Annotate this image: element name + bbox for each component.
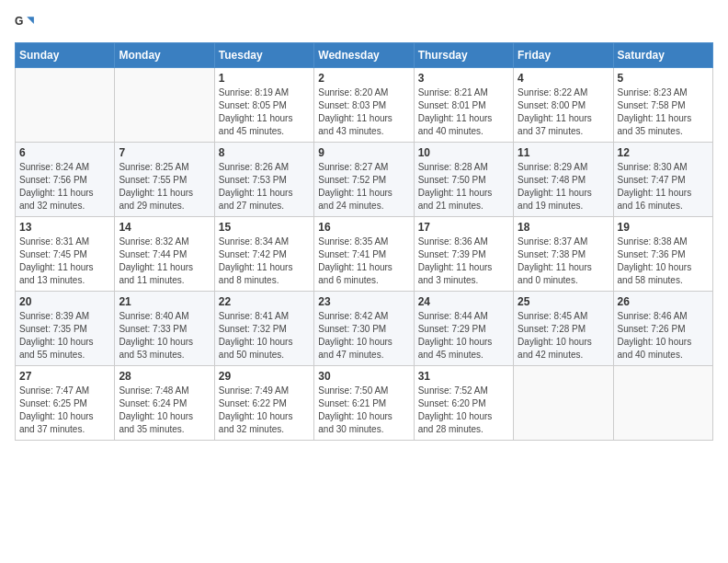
calendar-cell: 25Sunrise: 8:45 AM Sunset: 7:28 PM Dayli…	[514, 292, 613, 366]
day-info: Sunrise: 7:48 AM Sunset: 6:24 PM Dayligh…	[119, 385, 210, 436]
calendar-cell: 26Sunrise: 8:46 AM Sunset: 7:26 PM Dayli…	[613, 292, 712, 366]
day-info: Sunrise: 8:36 AM Sunset: 7:39 PM Dayligh…	[418, 236, 509, 287]
calendar-cell: 19Sunrise: 8:38 AM Sunset: 7:36 PM Dayli…	[613, 217, 712, 292]
calendar-cell: 16Sunrise: 8:35 AM Sunset: 7:41 PM Dayli…	[314, 217, 414, 292]
calendar-cell	[514, 366, 613, 441]
day-info: Sunrise: 8:40 AM Sunset: 7:33 PM Dayligh…	[119, 310, 210, 362]
day-header-sunday: Sunday	[16, 43, 115, 68]
calendar-cell: 7Sunrise: 8:25 AM Sunset: 7:55 PM Daylig…	[115, 143, 214, 217]
calendar-cell: 2Sunrise: 8:20 AM Sunset: 8:03 PM Daylig…	[314, 68, 414, 143]
day-info: Sunrise: 8:30 AM Sunset: 7:47 PM Dayligh…	[618, 161, 709, 213]
day-info: Sunrise: 8:37 AM Sunset: 7:38 PM Dayligh…	[518, 236, 609, 287]
calendar-cell: 13Sunrise: 8:31 AM Sunset: 7:45 PM Dayli…	[16, 217, 115, 292]
day-header-thursday: Thursday	[414, 43, 513, 68]
day-info: Sunrise: 8:27 AM Sunset: 7:52 PM Dayligh…	[318, 161, 409, 213]
day-info: Sunrise: 8:26 AM Sunset: 7:53 PM Dayligh…	[219, 161, 310, 213]
day-header-wednesday: Wednesday	[314, 43, 414, 68]
calendar-cell: 28Sunrise: 7:48 AM Sunset: 6:24 PM Dayli…	[115, 366, 214, 441]
logo-icon: G	[15, 15, 35, 35]
day-info: Sunrise: 8:35 AM Sunset: 7:41 PM Dayligh…	[318, 236, 409, 287]
day-info: Sunrise: 8:24 AM Sunset: 7:56 PM Dayligh…	[19, 161, 110, 213]
calendar-cell: 3Sunrise: 8:21 AM Sunset: 8:01 PM Daylig…	[414, 68, 513, 143]
day-number: 13	[19, 221, 110, 234]
calendar-cell: 23Sunrise: 8:42 AM Sunset: 7:30 PM Dayli…	[314, 292, 414, 366]
day-number: 24	[418, 295, 509, 308]
calendar-cell: 22Sunrise: 8:41 AM Sunset: 7:32 PM Dayli…	[214, 292, 313, 366]
day-info: Sunrise: 8:32 AM Sunset: 7:44 PM Dayligh…	[119, 236, 210, 287]
day-info: Sunrise: 8:34 AM Sunset: 7:42 PM Dayligh…	[219, 236, 310, 287]
calendar-week-1: 1Sunrise: 8:19 AM Sunset: 8:05 PM Daylig…	[16, 68, 713, 143]
day-number: 23	[318, 295, 409, 308]
day-number: 17	[418, 221, 509, 234]
calendar-cell: 18Sunrise: 8:37 AM Sunset: 7:38 PM Dayli…	[514, 217, 613, 292]
calendar-cell: 27Sunrise: 7:47 AM Sunset: 6:25 PM Dayli…	[16, 366, 115, 441]
day-number: 1	[219, 72, 310, 85]
day-number: 14	[119, 221, 210, 234]
day-info: Sunrise: 8:25 AM Sunset: 7:55 PM Dayligh…	[119, 161, 210, 213]
day-info: Sunrise: 8:28 AM Sunset: 7:50 PM Dayligh…	[418, 161, 509, 213]
day-number: 7	[119, 146, 210, 159]
day-number: 6	[19, 146, 110, 159]
calendar-cell: 21Sunrise: 8:40 AM Sunset: 7:33 PM Dayli…	[115, 292, 214, 366]
day-info: Sunrise: 8:38 AM Sunset: 7:36 PM Dayligh…	[618, 236, 709, 287]
day-info: Sunrise: 8:22 AM Sunset: 8:00 PM Dayligh…	[518, 86, 609, 138]
day-number: 11	[518, 146, 609, 159]
calendar-cell	[115, 68, 214, 143]
day-number: 16	[318, 221, 409, 234]
calendar-cell: 17Sunrise: 8:36 AM Sunset: 7:39 PM Dayli…	[414, 217, 513, 292]
day-info: Sunrise: 8:21 AM Sunset: 8:01 PM Dayligh…	[418, 86, 509, 138]
day-number: 26	[618, 295, 709, 308]
day-info: Sunrise: 8:19 AM Sunset: 8:05 PM Dayligh…	[219, 86, 310, 138]
day-info: Sunrise: 7:50 AM Sunset: 6:21 PM Dayligh…	[318, 385, 409, 436]
day-info: Sunrise: 8:31 AM Sunset: 7:45 PM Dayligh…	[19, 236, 110, 287]
day-number: 31	[418, 370, 509, 383]
calendar-cell: 9Sunrise: 8:27 AM Sunset: 7:52 PM Daylig…	[314, 143, 414, 217]
calendar-cell: 10Sunrise: 8:28 AM Sunset: 7:50 PM Dayli…	[414, 143, 513, 217]
calendar-header-row: SundayMondayTuesdayWednesdayThursdayFrid…	[16, 43, 713, 68]
calendar-cell: 29Sunrise: 7:49 AM Sunset: 6:22 PM Dayli…	[214, 366, 313, 441]
day-number: 21	[119, 295, 210, 308]
calendar-week-3: 13Sunrise: 8:31 AM Sunset: 7:45 PM Dayli…	[16, 217, 713, 292]
day-number: 18	[518, 221, 609, 234]
calendar-cell: 30Sunrise: 7:50 AM Sunset: 6:21 PM Dayli…	[314, 366, 414, 441]
calendar-cell: 24Sunrise: 8:44 AM Sunset: 7:29 PM Dayli…	[414, 292, 513, 366]
calendar-table: SundayMondayTuesdayWednesdayThursdayFrid…	[15, 42, 713, 441]
calendar-cell: 6Sunrise: 8:24 AM Sunset: 7:56 PM Daylig…	[16, 143, 115, 217]
day-info: Sunrise: 8:41 AM Sunset: 7:32 PM Dayligh…	[219, 310, 310, 362]
calendar-week-5: 27Sunrise: 7:47 AM Sunset: 6:25 PM Dayli…	[16, 366, 713, 441]
day-number: 2	[318, 72, 409, 85]
day-number: 22	[219, 295, 310, 308]
day-number: 3	[418, 72, 509, 85]
page-header: G	[15, 15, 713, 35]
day-info: Sunrise: 8:45 AM Sunset: 7:28 PM Dayligh…	[518, 310, 609, 362]
day-info: Sunrise: 8:20 AM Sunset: 8:03 PM Dayligh…	[318, 86, 409, 138]
calendar-cell: 31Sunrise: 7:52 AM Sunset: 6:20 PM Dayli…	[414, 366, 513, 441]
day-info: Sunrise: 8:39 AM Sunset: 7:35 PM Dayligh…	[19, 310, 110, 362]
day-info: Sunrise: 8:44 AM Sunset: 7:29 PM Dayligh…	[418, 310, 509, 362]
day-info: Sunrise: 8:29 AM Sunset: 7:48 PM Dayligh…	[518, 161, 609, 213]
day-info: Sunrise: 8:46 AM Sunset: 7:26 PM Dayligh…	[618, 310, 709, 362]
day-number: 20	[19, 295, 110, 308]
calendar-cell: 12Sunrise: 8:30 AM Sunset: 7:47 PM Dayli…	[613, 143, 712, 217]
day-number: 15	[219, 221, 310, 234]
day-number: 10	[418, 146, 509, 159]
calendar-cell: 15Sunrise: 8:34 AM Sunset: 7:42 PM Dayli…	[214, 217, 313, 292]
logo: G	[15, 15, 39, 35]
calendar-cell: 11Sunrise: 8:29 AM Sunset: 7:48 PM Dayli…	[514, 143, 613, 217]
day-header-monday: Monday	[115, 43, 214, 68]
day-info: Sunrise: 7:47 AM Sunset: 6:25 PM Dayligh…	[19, 385, 110, 436]
day-number: 12	[618, 146, 709, 159]
calendar-cell: 4Sunrise: 8:22 AM Sunset: 8:00 PM Daylig…	[514, 68, 613, 143]
day-info: Sunrise: 7:49 AM Sunset: 6:22 PM Dayligh…	[219, 385, 310, 436]
day-number: 5	[618, 72, 709, 85]
day-info: Sunrise: 8:23 AM Sunset: 7:58 PM Dayligh…	[618, 86, 709, 138]
calendar-cell: 5Sunrise: 8:23 AM Sunset: 7:58 PM Daylig…	[613, 68, 712, 143]
day-number: 29	[219, 370, 310, 383]
day-header-tuesday: Tuesday	[214, 43, 313, 68]
day-number: 8	[219, 146, 310, 159]
day-number: 27	[19, 370, 110, 383]
calendar-cell	[613, 366, 712, 441]
day-number: 9	[318, 146, 409, 159]
day-info: Sunrise: 8:42 AM Sunset: 7:30 PM Dayligh…	[318, 310, 409, 362]
calendar-cell: 1Sunrise: 8:19 AM Sunset: 8:05 PM Daylig…	[214, 68, 313, 143]
